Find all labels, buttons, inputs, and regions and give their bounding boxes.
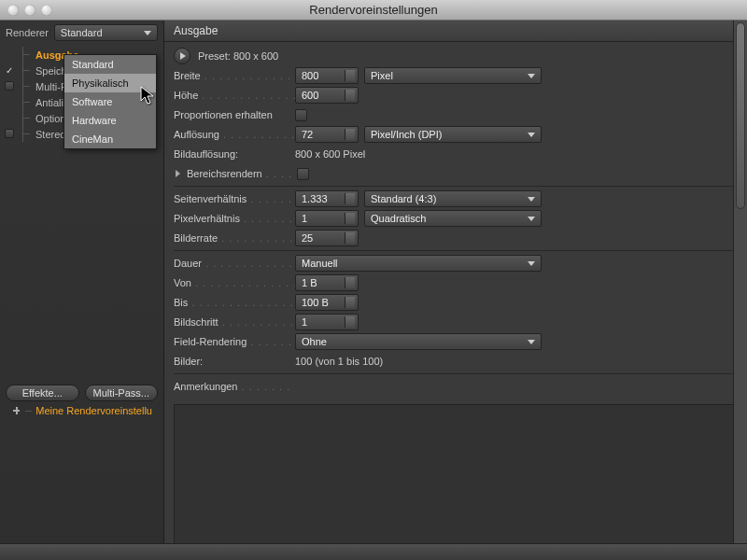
frames-label: Bilder: [174, 356, 295, 367]
tree-check[interactable]: ✓ [4, 65, 15, 76]
image-res-value: 747 x 560 Pixel [295, 148, 365, 160]
to-label: Bis [174, 297, 295, 308]
renderer-select-value: Standard [61, 27, 103, 38]
separator [174, 250, 738, 251]
to-input[interactable]: 100 B [295, 294, 359, 311]
field-label: Field-Rendering [174, 336, 295, 347]
renderer-option-physikalisch[interactable]: Physikalisch [64, 74, 156, 92]
renderer-option-software[interactable]: Software [64, 92, 156, 111]
separator [174, 373, 738, 374]
renderer-option-standard[interactable]: Standard [64, 55, 156, 74]
preset-icon [11, 405, 21, 416]
renderer-label: Renderer [6, 27, 49, 38]
scroll-thumb[interactable] [736, 22, 745, 209]
proportions-label: Proportionen erhalten [174, 109, 295, 120]
sidebar: Renderer Standard Ausgabe ✓ Speichern Mu… [0, 21, 164, 560]
zoom-icon[interactable] [41, 5, 52, 16]
window-controls [0, 5, 52, 16]
tree-branch-icon [19, 126, 32, 142]
window-title: Rendervoreinstellungen [0, 3, 747, 17]
duration-select[interactable]: Manuell [295, 255, 542, 272]
renderer-option-cineman[interactable]: CineMan [64, 130, 156, 148]
separator [174, 186, 738, 187]
aspect-label: Seitenverhältnis [174, 193, 295, 204]
resolution-label: Auflösung [174, 129, 295, 140]
step-label: Bildschritt [174, 316, 295, 328]
pixel-aspect-select[interactable]: Quadratisch [364, 210, 542, 227]
duration-label: Dauer [174, 258, 295, 269]
effects-button[interactable]: Effekte... [6, 385, 79, 401]
notes-label: Anmerkungen [174, 381, 295, 392]
resolution-unit-select[interactable]: Pixel/Inch (DPI) [364, 126, 542, 143]
tree-branch-icon [25, 411, 32, 412]
renderer-option-hardware[interactable]: Hardware [64, 111, 156, 130]
tree-check[interactable] [4, 129, 15, 140]
width-unit-select[interactable]: Pixel [364, 67, 542, 84]
aspect-input[interactable]: 1.333 [295, 190, 359, 207]
tree-branch-icon [19, 78, 32, 94]
image-res-label: Bildauflösung: [174, 148, 295, 160]
proportions-checkbox[interactable] [295, 109, 307, 121]
from-label: Von [174, 277, 295, 288]
footer [0, 543, 747, 560]
titlebar: Rendervoreinstellungen [0, 0, 747, 21]
width-label: Breite [174, 70, 295, 81]
field-select[interactable]: Ohne [295, 333, 542, 350]
preset-label: Preset: 747 x 560 [198, 50, 278, 62]
framerate-label: Bilderrate [174, 232, 295, 244]
notes-textarea[interactable] [174, 404, 738, 551]
preset-play-button[interactable] [174, 48, 190, 64]
frames-value: 100 (von 1 bis 100) [295, 356, 383, 367]
multipass-button[interactable]: Multi-Pass... [85, 385, 159, 401]
tree-branch-icon [19, 47, 32, 63]
pixel-aspect-label: Pixelverhältnis [174, 213, 295, 224]
disclose-icon[interactable] [174, 169, 183, 178]
region-render-label: Bereichsrendern [187, 168, 297, 179]
vertical-scrollbar[interactable] [733, 21, 747, 543]
step-input[interactable]: 1 [295, 314, 359, 330]
tree-branch-icon [19, 63, 32, 78]
renderer-select[interactable]: Standard [54, 24, 158, 41]
framerate-input[interactable]: 25 [295, 230, 359, 246]
tree-branch-icon [19, 94, 32, 110]
pixel-aspect-input[interactable]: 1 [295, 210, 359, 227]
close-icon[interactable] [7, 5, 19, 16]
aspect-select[interactable]: Standard (4:3) [364, 190, 542, 207]
tree-branch-icon [19, 110, 32, 126]
panel-title: Ausgabe [164, 21, 747, 42]
tree-check[interactable] [4, 81, 15, 92]
minimize-icon[interactable] [24, 5, 35, 16]
width-input[interactable]: 800 [295, 67, 359, 84]
region-render-checkbox[interactable] [297, 168, 309, 180]
from-input[interactable]: 1 B [295, 274, 359, 291]
resolution-input[interactable]: 72 [295, 126, 359, 143]
height-label: Höhe [174, 90, 295, 101]
my-render-settings[interactable]: Meine Rendervoreinstellung [35, 405, 152, 416]
height-input[interactable]: 600 [295, 87, 359, 104]
content-panel: Ausgabe Preset: 747 x 560 Breite 800 Pix… [164, 21, 747, 560]
renderer-dropdown-menu: Standard Physikalisch Software Hardware … [63, 54, 157, 149]
